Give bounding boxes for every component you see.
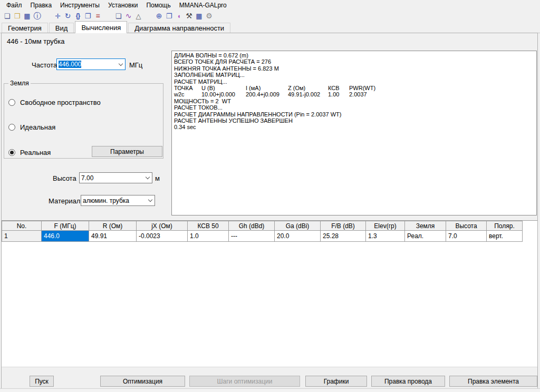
log-line: ВСЕГО ТОЧЕК ДЛЯ РАСЧЕТА = 276 (174, 58, 534, 65)
cell-r[interactable]: 49.91 (89, 231, 137, 242)
cell-polarization[interactable]: верт. (487, 231, 523, 242)
log-line: ДЛИНА ВОЛНЫ = 0.672 (m) (174, 52, 534, 58)
ground-parameters-button[interactable]: Параметры (92, 146, 162, 157)
radio-real-label: Реальная (20, 149, 51, 156)
run-button[interactable]: Пуск (30, 376, 54, 387)
lobe-icon[interactable]: ◖ (174, 12, 184, 21)
brackets-icon[interactable]: {} (73, 12, 83, 21)
edit-element-button[interactable]: Правка элемента (449, 376, 537, 387)
tab-bar: Геометрия Вид Вычисления Диаграмма напра… (0, 21, 540, 33)
log-point-row: w2c 10.00+j0.000 200.4+j0.009 49.91-j0.0… (174, 91, 534, 97)
status-strip (0, 388, 540, 392)
optimization-button[interactable]: Оптимизация (100, 376, 185, 387)
tab-radiation-pattern[interactable]: Диаграмма направленности (128, 23, 230, 33)
cell-fb[interactable]: 25.28 (321, 231, 366, 242)
move-icon[interactable]: ✛ (53, 12, 63, 21)
triangle-icon[interactable]: △ (133, 12, 143, 21)
cell-ground[interactable]: Реал. (405, 231, 446, 242)
cell-height[interactable]: 7.0 (446, 231, 487, 242)
calculation-log[interactable]: ДЛИНА ВОЛНЫ = 0.672 (m) ВСЕГО ТОЧЕК ДЛЯ … (171, 51, 537, 215)
log-line: РАСЧЕТ ТОКОВ... (174, 104, 534, 111)
col-height: Высота (446, 221, 487, 231)
toolbar: ❏ ❒ ▦ ⓘ ✛ ↻ {} ❐ ≡ ❏ ∿ △ ⊕ ❐ ◖ ⚒ ▦ ⚙ (0, 11, 540, 21)
col-r: R (Ом) (89, 221, 137, 231)
material-label: Материал (49, 197, 80, 205)
new-file-icon[interactable]: ❏ (2, 12, 12, 21)
tab-geometry[interactable]: Геометрия (2, 23, 48, 33)
col-ground: Земля (405, 221, 446, 231)
frequency-combobox[interactable]: 446.000 (56, 58, 126, 70)
log-point-header: ТОЧКА U (В) I (мА) Z (Ом) КСВ PWR(WT) (174, 85, 534, 91)
radio-icon (8, 124, 15, 131)
sliders-icon[interactable]: ≡ (93, 12, 103, 21)
model-title: 446 - 10мм трубка (7, 37, 65, 45)
cell-gh[interactable]: --- (229, 231, 275, 242)
radio-perfect-label: Идеальная (20, 123, 55, 131)
log-line: РАСЧЕТ МАТРИЦ... (174, 79, 534, 85)
chevron-down-icon[interactable] (143, 177, 152, 179)
optimization-steps-button: Шаги оптимизации (189, 376, 300, 387)
target-icon[interactable]: ⊕ (154, 12, 164, 21)
radio-icon (8, 149, 15, 156)
height-combobox[interactable]: 7.00 (79, 172, 152, 183)
info-icon[interactable]: ⓘ (32, 12, 42, 21)
frequency-value: 446.000 (59, 61, 81, 68)
ground-groupbox: Земля Свободное пространство Идеальная Р… (4, 80, 163, 159)
save-icon[interactable]: ▦ (22, 12, 32, 21)
ground-legend: Земля (8, 80, 31, 87)
tab-view[interactable]: Вид (49, 23, 74, 33)
eraser-icon[interactable]: ∿ (123, 12, 133, 21)
frequency-label: Частота (32, 61, 57, 69)
cell-ga[interactable]: 20.0 (275, 231, 321, 242)
mmana-gal-window: Файл Правка Инструменты Установки Помощь… (0, 0, 540, 392)
results-grid-area: No. F (МГц) R (Ом) jX (Ом) КСВ 50 Gh (dB… (2, 220, 537, 367)
open-folder-icon[interactable]: ❒ (12, 12, 22, 21)
log-line: ЗАПОЛНЕНИЕ МАТРИЦ... (174, 72, 534, 78)
results-row: 1 446.0 49.91 -0.0023 1.0 --- 20.0 25.28… (2, 231, 523, 242)
page-icon[interactable]: ❏ (113, 12, 123, 21)
log-line: НИЖНЯЯ ТОЧКА АНТЕННЫ = 6.823 M (174, 65, 534, 72)
edit-wire-button[interactable]: Правка провода (371, 376, 445, 387)
chevron-down-icon[interactable] (146, 200, 155, 201)
radio-icon (8, 99, 15, 106)
cell-jx[interactable]: -0.0023 (137, 231, 188, 242)
tab-calculations[interactable]: Вычисления (75, 21, 127, 33)
log-line: МОЩНОСТЬ = 2 WT (174, 98, 534, 104)
copy-icon[interactable]: ❐ (164, 12, 174, 21)
menu-mmana-galpro[interactable]: MMANA-GALpro (175, 1, 231, 10)
menu-setup[interactable]: Установки (104, 1, 142, 10)
radio-real-ground[interactable]: Реальная (8, 149, 51, 156)
window-copy-icon[interactable]: ❐ (83, 12, 93, 21)
menu-tools[interactable]: Инструменты (56, 1, 104, 10)
frequency-unit: МГц (129, 61, 142, 69)
gear-icon[interactable]: ⚙ (204, 12, 214, 21)
radio-free-space[interactable]: Свободное пространство (8, 99, 101, 106)
material-value: алюмин. трубка (83, 197, 129, 204)
radio-perfect-ground[interactable]: Идеальная (8, 123, 55, 131)
rotate-icon[interactable]: ↻ (63, 12, 73, 21)
cell-frequency[interactable]: 446.0 (42, 231, 89, 242)
cell-elev[interactable]: 1.3 (366, 231, 405, 242)
log-line: РАСЧЕТ АНТЕННЫ УСПЕШНО ЗАВЕРШЕН (174, 117, 534, 124)
col-frequency: F (МГц) (42, 221, 89, 231)
action-button-bar: Пуск Оптимизация Шаги оптимизации График… (2, 367, 537, 388)
tools-icon[interactable]: ⚒ (184, 12, 194, 21)
cell-swr[interactable]: 1.0 (188, 231, 229, 242)
menu-help[interactable]: Помощь (142, 1, 175, 10)
results-table: No. F (МГц) R (Ом) jX (Ом) КСВ 50 Gh (dB… (2, 221, 523, 242)
menu-edit[interactable]: Правка (26, 1, 56, 10)
menu-file[interactable]: Файл (2, 1, 26, 10)
calculator-icon[interactable]: ▦ (194, 12, 204, 21)
material-combobox[interactable]: алюмин. трубка (81, 195, 155, 206)
col-fb: F/B (dB) (321, 221, 366, 231)
col-ga: Ga (dBi) (275, 221, 321, 231)
cell-no[interactable]: 1 (2, 231, 42, 242)
menu-bar: Файл Правка Инструменты Установки Помощь… (0, 0, 540, 11)
height-label: Высота (53, 174, 76, 182)
log-line: РАСЧЕТ ДИАГРАММЫ НАПРАВЛЕННОСТИ (Pin = 2… (174, 111, 534, 117)
col-gh: Gh (dBd) (229, 221, 275, 231)
log-line: 0.34 sec (174, 124, 534, 130)
height-value: 7.00 (81, 174, 93, 182)
charts-button[interactable]: Графики (305, 376, 367, 387)
chevron-down-icon[interactable] (117, 64, 125, 65)
